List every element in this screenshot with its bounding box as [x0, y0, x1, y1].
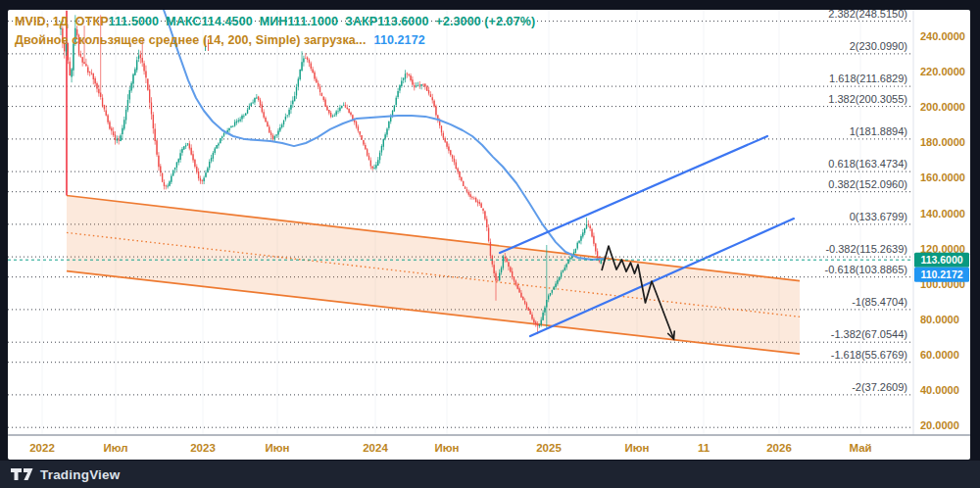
svg-text:0.618(163.4734): 0.618(163.4734): [828, 158, 907, 170]
indicator-value: 110.2172: [374, 33, 425, 47]
brand-text: TradingView: [40, 467, 120, 482]
time-axis-label: 2023: [190, 442, 216, 454]
fib-level-labels: 2.382(248.5150)2(230.0990)1.618(211.6829…: [825, 8, 907, 393]
ohlc-high: МАКС114.4500: [166, 15, 253, 28]
tradingview-logo[interactable]: TradingView: [11, 467, 120, 482]
svg-text:2.382(248.5150): 2.382(248.5150): [828, 8, 907, 20]
time-axis-label: Июн: [624, 442, 649, 454]
ohlc-low: МИН111.1000: [260, 15, 338, 28]
svg-text:0.382(152.0960): 0.382(152.0960): [828, 178, 907, 190]
symbol-title[interactable]: MVID, 1Д: [15, 15, 69, 28]
time-axis-label: Июл: [103, 442, 127, 454]
svg-text:1.382(200.3055): 1.382(200.3055): [828, 93, 907, 105]
price-change: +2.3000 (+2.07%): [436, 15, 536, 28]
ohlc-close: ЗАКР113.6000: [345, 15, 428, 28]
svg-text:-2(37.2609): -2(37.2609): [852, 381, 907, 393]
svg-text:2(230.0990): 2(230.0990): [850, 40, 907, 52]
svg-text:1.618(211.6829): 1.618(211.6829): [829, 73, 907, 84]
chart-legend: MVID, 1ДОТКР111.5000МАКС114.4500МИН111.1…: [15, 14, 535, 48]
svg-text:-0.382(115.2639): -0.382(115.2639): [825, 243, 907, 255]
svg-text:-1.618(55.6769): -1.618(55.6769): [831, 349, 907, 361]
time-axis-label: 2026: [766, 442, 792, 454]
time-axis-label: 2025: [536, 442, 562, 454]
time-axis-label: 2024: [363, 442, 388, 454]
svg-text:1(181.8894): 1(181.8894): [850, 125, 907, 137]
svg-text:-1(85.4704): -1(85.4704): [852, 296, 907, 308]
svg-text:-0.618(103.8865): -0.618(103.8865): [825, 264, 907, 275]
time-axis[interactable]: 2022Июл2023Июн2024Июн2025Июн112026Май: [8, 436, 913, 460]
time-axis-label: Май: [849, 442, 871, 454]
fib-channel: [67, 11, 800, 354]
time-axis-label: 2022: [29, 442, 55, 454]
chart-plot-area[interactable]: 2.382(248.5150)2(230.0990)1.618(211.6829…: [0, 0, 980, 488]
indicator-title[interactable]: Двойное скользящее среднее (14, 200, Sim…: [15, 33, 367, 47]
tradingview-logo-icon: [11, 468, 33, 481]
time-axis-label: Июн: [434, 442, 459, 454]
ohlc-open: ОТКР111.5000: [75, 15, 159, 28]
svg-text:0(133.6799): 0(133.6799): [850, 211, 907, 222]
footer-bar: TradingView: [0, 461, 980, 488]
time-axis-label: Июн: [265, 442, 289, 454]
svg-text:-1.382(67.0544): -1.382(67.0544): [831, 328, 907, 340]
tradingview-chart-window: 2.382(248.5150)2(230.0990)1.618(211.6829…: [0, 0, 980, 488]
price-axis[interactable]: [913, 10, 970, 435]
time-axis-label: 11: [698, 442, 710, 454]
